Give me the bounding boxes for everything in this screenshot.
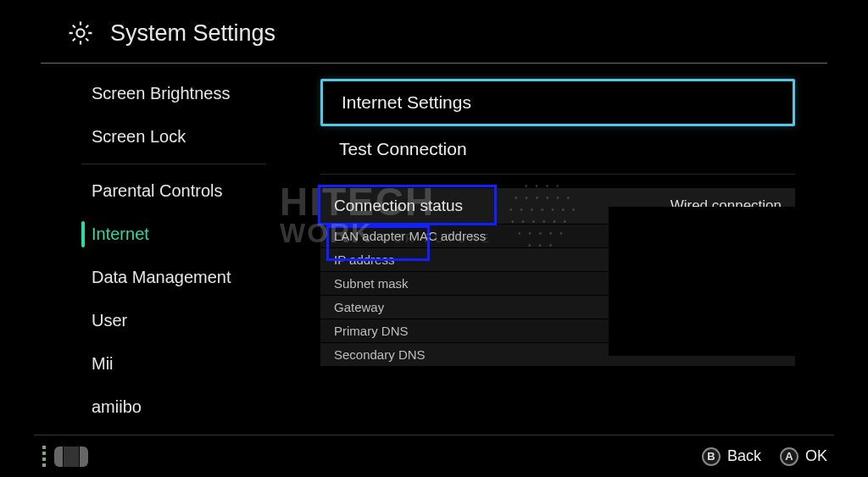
- internet-settings-button[interactable]: Internet Settings: [320, 79, 795, 126]
- page-title: System Settings: [110, 20, 275, 47]
- a-button-icon: A: [780, 447, 798, 466]
- sidebar-item-label: Screen Lock: [92, 127, 186, 146]
- sidebar-item-internet[interactable]: Internet: [41, 213, 287, 256]
- sidebar-item-screen-brightness[interactable]: Screen Brightness: [41, 72, 287, 115]
- back-label: Back: [727, 447, 761, 465]
- gear-icon: [66, 19, 95, 47]
- sidebar-item-user[interactable]: User: [41, 299, 287, 342]
- status-row-label: IP address: [334, 252, 394, 267]
- sidebar-item-data-management[interactable]: Data Management: [41, 256, 287, 299]
- internet-settings-label: Internet Settings: [342, 92, 471, 113]
- test-connection-button[interactable]: Test Connection: [320, 128, 795, 170]
- back-button-cue[interactable]: B Back: [702, 447, 761, 466]
- sidebar-item-parental-controls[interactable]: Parental Controls: [41, 169, 287, 213]
- sidebar-item-label: Internet: [92, 225, 149, 243]
- connection-status-heading: Connection status: [334, 197, 463, 215]
- test-connection-label: Test Connection: [339, 139, 467, 159]
- sidebar-item-mii[interactable]: Mii: [41, 342, 287, 385]
- status-row-label: Subnet mask: [334, 276, 409, 291]
- censor-overlay: [609, 207, 799, 356]
- sidebar-item-label: User: [92, 311, 127, 330]
- sidebar-item-label: Screen Brightness: [92, 84, 230, 103]
- sidebar-divider: [81, 164, 266, 164]
- player-indicator-icon: [42, 446, 46, 467]
- ok-label: OK: [805, 447, 827, 465]
- sidebar-item-label: Parental Controls: [92, 181, 223, 200]
- footer: B Back A OK: [34, 435, 834, 477]
- status-row-label: Secondary DNS: [334, 347, 426, 362]
- sidebar-item-label: Mii: [92, 354, 114, 373]
- sidebar-item-label: Data Management: [92, 268, 231, 286]
- ok-button-cue[interactable]: A OK: [780, 447, 827, 466]
- main-panel: Internet Settings Test Connection Connec…: [287, 64, 827, 435]
- header: System Settings: [41, 7, 827, 63]
- sidebar-item-amiibo[interactable]: amiibo: [41, 385, 287, 429]
- b-button-icon: B: [702, 447, 721, 466]
- svg-point-0: [76, 29, 84, 36]
- controller-icon: [54, 446, 88, 467]
- sidebar-item-label: amiibo: [92, 397, 142, 416]
- status-row-label: Primary DNS: [334, 324, 409, 338]
- sidebar: Screen Brightness Screen Lock Parental C…: [41, 64, 287, 435]
- section-divider: [320, 174, 795, 175]
- sidebar-item-screen-lock[interactable]: Screen Lock: [41, 115, 287, 158]
- status-row-label: Gateway: [334, 300, 384, 314]
- status-row-label: LAN adapter MAC address: [334, 229, 486, 243]
